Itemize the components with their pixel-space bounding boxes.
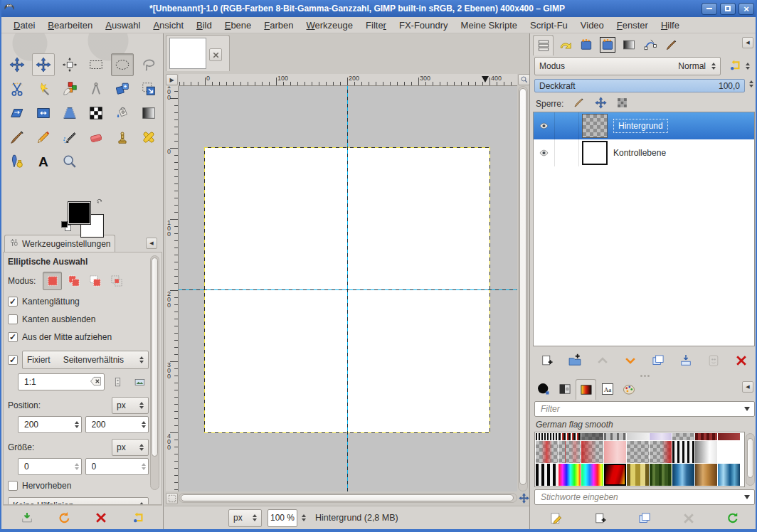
title-bar[interactable]: *[Unbenannt]-1.0 (RGB-Farben 8-Bit-Gamma…	[0, 0, 757, 17]
dock-tab-gradient-dock[interactable]	[618, 35, 639, 54]
zoom-follow-window-button[interactable]	[518, 74, 530, 85]
landscape-orientation-button[interactable]	[131, 374, 149, 390]
vertical-ruler[interactable]: - 1 0 001 0 02 0 03 0 04 0 0	[166, 86, 179, 491]
opacity-spinner[interactable]	[746, 80, 756, 87]
gradient-swatch[interactable]	[581, 464, 603, 486]
tool-free-select[interactable]	[137, 53, 160, 76]
layer-mode-switch-button[interactable]	[725, 57, 755, 75]
layer-thumbnail[interactable]	[582, 141, 608, 165]
opacity-slider[interactable]: Deckkraft 100,0	[534, 79, 745, 92]
aspect-ratio-field[interactable]	[18, 373, 105, 390]
gradient-filter-field[interactable]	[534, 401, 755, 417]
gradient-swatch[interactable]	[718, 441, 740, 463]
clear-field-icon[interactable]	[90, 375, 102, 390]
guides-dropdown[interactable]: Keine Hilfslinien	[8, 497, 149, 505]
layer-link-cell[interactable]	[555, 139, 579, 166]
new-gradient-button[interactable]	[588, 509, 613, 528]
dock-tab-gradients[interactable]	[576, 379, 596, 400]
gradient-swatch[interactable]	[695, 441, 717, 463]
close-image-icon[interactable]	[209, 48, 222, 61]
size-unit-dropdown[interactable]: px	[112, 439, 149, 456]
dock-tab-brushes[interactable]	[533, 379, 554, 398]
menu-item-auswahl[interactable]: Auswahl	[99, 18, 147, 32]
image-tab[interactable]	[166, 35, 230, 71]
position-x-input[interactable]	[23, 419, 73, 430]
layer-mode-dropdown[interactable]: Modus Normal	[534, 57, 721, 75]
gradient-swatch[interactable]	[604, 433, 626, 440]
tool-zoom[interactable]	[58, 150, 81, 173]
gradient-swatch[interactable]	[695, 464, 717, 486]
gradient-swatch[interactable]	[604, 441, 626, 463]
delete-layer-button[interactable]	[729, 351, 754, 370]
menu-item-hilfe[interactable]: Hilfe	[655, 18, 686, 32]
layer-visibility-icon[interactable]	[534, 139, 555, 166]
lock-alpha-icon[interactable]	[616, 97, 628, 111]
gradient-swatch[interactable]	[672, 464, 694, 486]
reset-tool-options-button[interactable]	[125, 509, 151, 527]
tool-pencil[interactable]	[32, 126, 55, 149]
tool-clone[interactable]	[111, 126, 134, 149]
tool-alignment[interactable]	[58, 53, 81, 76]
close-button[interactable]: ×	[739, 3, 754, 15]
antialias-option[interactable]: ✓ Kantenglättung	[8, 297, 80, 307]
dock-tab-tool-presets[interactable]	[661, 35, 682, 54]
tool-scissors-select[interactable]	[6, 78, 28, 100]
tool-move[interactable]	[6, 53, 28, 76]
gradient-swatch[interactable]	[559, 464, 581, 486]
dock-tab-palettes[interactable]	[618, 379, 639, 398]
tool-ink[interactable]	[6, 150, 28, 173]
duplicate-layer-button[interactable]	[645, 351, 671, 370]
tool-flip[interactable]	[32, 102, 55, 124]
duplicate-gradient-button[interactable]	[632, 509, 657, 528]
menu-item-video[interactable]: Video	[574, 18, 610, 32]
edit-gradient-button[interactable]	[544, 509, 569, 528]
tool-unified-transform[interactable]	[32, 53, 55, 76]
size-width-spinner[interactable]	[73, 463, 80, 470]
gradient-swatch[interactable]	[627, 433, 649, 440]
menu-item-fenster[interactable]: Fenster	[610, 18, 655, 32]
gradient-swatch[interactable]	[559, 433, 581, 440]
status-unit-dropdown[interactable]: px	[228, 509, 262, 527]
layer-link-cell[interactable]	[555, 112, 579, 139]
save-tool-preset-button[interactable]	[14, 509, 40, 527]
vertical-guide[interactable]	[347, 86, 348, 491]
tool-options-menu-button[interactable]: ◀	[146, 238, 157, 249]
gradient-swatch[interactable]	[536, 441, 558, 463]
gradient-swatch[interactable]	[672, 433, 694, 440]
position-y-spinner[interactable]	[140, 421, 148, 428]
antialias-checkbox[interactable]: ✓	[8, 297, 18, 307]
horizontal-guide[interactable]	[179, 289, 517, 290]
maximize-button[interactable]	[720, 3, 736, 15]
gradient-tags-input[interactable]	[539, 491, 744, 503]
tool-airbrush[interactable]	[58, 126, 81, 149]
menu-item-werkzeuge[interactable]: Werkzeuge	[300, 18, 360, 32]
tool-measure[interactable]	[85, 78, 107, 100]
position-y-field[interactable]	[85, 416, 149, 433]
gradient-swatch[interactable]	[536, 433, 558, 440]
swap-colors-icon[interactable]	[94, 197, 107, 210]
vertical-scrollbar[interactable]	[518, 86, 528, 491]
selection-mode-intersect[interactable]	[107, 272, 126, 290]
layer-row-kontrollebene[interactable]: Kontrollebene	[534, 139, 754, 166]
minimize-button[interactable]	[702, 3, 717, 15]
aspect-ratio-input[interactable]	[23, 376, 90, 388]
size-width-input[interactable]	[23, 461, 73, 472]
menu-item-ebene[interactable]: Ebene	[218, 18, 258, 32]
gradient-swatch[interactable]	[559, 441, 581, 463]
dock-tab-images[interactable]	[597, 35, 618, 54]
gradient-swatch[interactable]	[536, 464, 558, 486]
zoom-spinner[interactable]	[299, 514, 308, 521]
gradient-swatch[interactable]	[718, 433, 740, 440]
dock-tab-layers[interactable]	[533, 35, 554, 55]
gradient-swatch[interactable]	[695, 433, 717, 440]
lock-pixels-icon[interactable]	[573, 96, 586, 111]
gradient-tags-field[interactable]	[534, 489, 755, 505]
menu-item-ansicht[interactable]: Ansicht	[147, 18, 190, 32]
tool-scale[interactable]	[137, 78, 160, 100]
tool-eraser[interactable]	[85, 126, 107, 149]
lock-position-icon[interactable]	[595, 97, 607, 111]
gradient-swatch[interactable]	[672, 441, 694, 463]
filter-dropdown-icon[interactable]	[744, 407, 750, 411]
gradient-swatch[interactable]	[650, 433, 672, 440]
horizontal-scrollbar[interactable]	[179, 493, 517, 503]
